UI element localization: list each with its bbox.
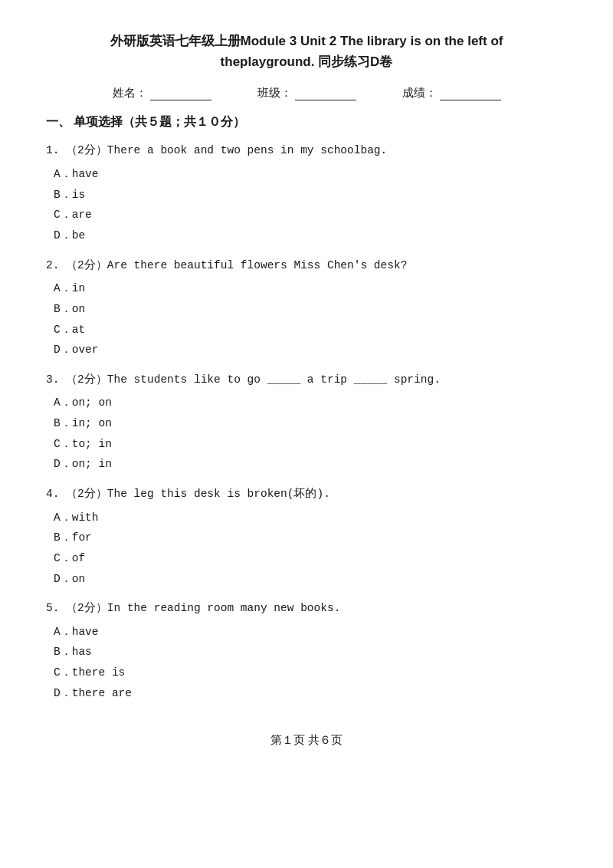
option-4-3: C．of: [54, 549, 567, 568]
option-1-2: B．is: [54, 186, 567, 205]
question-block-2: 2. （2分）Are there beautiful flowers Miss …: [46, 256, 567, 360]
option-1-1: A．have: [54, 165, 567, 184]
option-5-2: B．has: [54, 643, 567, 662]
class-field: 班级：: [257, 86, 356, 100]
option-3-3: C．to; in: [54, 435, 567, 454]
option-3-2: B．in; on: [54, 414, 567, 433]
option-4-1: A．with: [54, 508, 567, 528]
name-field: 姓名：: [113, 86, 211, 100]
name-label: 姓名：: [113, 86, 147, 100]
option-5-4: D．there are: [54, 684, 567, 703]
question-text-4: 4. （2分）The leg this desk is broken(坏的).: [46, 485, 567, 504]
question-block-1: 1. （2分）There a book and two pens in my s…: [46, 141, 567, 245]
question-block-3: 3. （2分）The students like to go _____ a t…: [46, 370, 567, 474]
option-3-4: D．on; in: [54, 455, 567, 474]
score-label: 成绩：: [402, 86, 437, 100]
questions-container: 1. （2分）There a book and two pens in my s…: [46, 141, 567, 702]
question-block-5: 5. （2分）In the reading room many new book…: [46, 599, 567, 702]
question-text-5: 5. （2分）In the reading room many new book…: [46, 599, 567, 618]
score-field: 成绩：: [402, 86, 501, 100]
option-5-3: C．there is: [54, 663, 567, 682]
title-section: 外研版英语七年级上册Module 3 Unit 2 The library is…: [46, 31, 567, 72]
section1-header: 一、 单项选择（共５题；共１０分）: [46, 114, 567, 130]
score-underline: [440, 87, 501, 100]
page-footer: 第１页 共６页: [46, 733, 567, 748]
title-line1: 外研版英语七年级上册Module 3 Unit 2 The library is…: [46, 31, 567, 51]
option-4-2: B．for: [54, 528, 567, 547]
question-text-3: 3. （2分）The students like to go _____ a t…: [46, 370, 567, 390]
question-text-1: 1. （2分）There a book and two pens in my s…: [46, 141, 567, 160]
question-text-2: 2. （2分）Are there beautiful flowers Miss …: [46, 256, 567, 275]
class-underline: [295, 87, 356, 100]
class-label: 班级：: [257, 86, 292, 100]
title-line2: theplayground. 同步练习D卷: [46, 51, 567, 72]
page-info: 第１页 共６页: [270, 734, 343, 746]
option-4-4: D．on: [54, 570, 567, 589]
option-5-1: A．have: [54, 623, 567, 642]
option-1-3: C．are: [54, 205, 567, 225]
option-2-1: A．in: [54, 279, 567, 298]
option-2-2: B．on: [54, 300, 567, 319]
option-2-3: C．at: [54, 321, 567, 340]
option-3-1: A．on; on: [54, 393, 567, 413]
option-2-4: D．over: [54, 340, 567, 360]
name-underline: [150, 87, 211, 100]
info-row: 姓名： 班级： 成绩：: [46, 86, 567, 100]
option-1-4: D．be: [54, 226, 567, 245]
question-block-4: 4. （2分）The leg this desk is broken(坏的).A…: [46, 485, 567, 588]
